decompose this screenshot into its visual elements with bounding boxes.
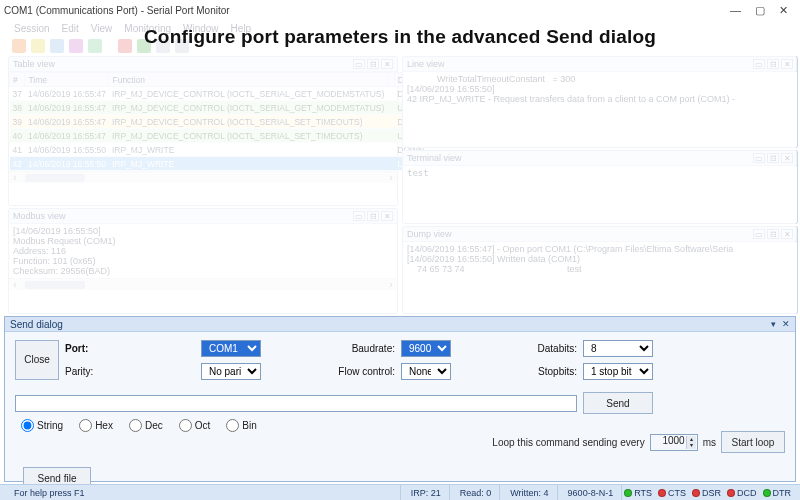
baudrate-select[interactable]: 9600 <box>401 340 451 357</box>
table-row[interactable]: 3714/06/2019 16:55:47IRP_MJ_DEVICE_CONTR… <box>10 87 433 101</box>
line-view-panel: Line view ▭⊟✕ WriteTotalTimeoutConstant … <box>402 56 798 148</box>
radix-radio-input[interactable] <box>21 419 34 432</box>
radix-radio-oct[interactable]: Oct <box>179 419 211 432</box>
loop-unit: ms <box>703 437 716 448</box>
status-written: Written: 4 <box>502 485 557 500</box>
dump-view-header: Dump view ▭⊟✕ <box>403 227 797 242</box>
status-bar: For help press F1 IRP: 21 Read: 0 Writte… <box>0 484 800 500</box>
banner-heading: Configure port parameters in the advance… <box>0 26 800 48</box>
modbus-view-body: [14/06/2019 16:55:50]Modbus Request (COM… <box>9 224 397 278</box>
close-window-button[interactable]: ✕ <box>779 4 788 17</box>
table-row[interactable]: 3914/06/2019 16:55:47IRP_MJ_DEVICE_CONTR… <box>10 115 433 129</box>
parity-select[interactable]: No parity <box>201 363 261 380</box>
signal-cts: CTS <box>658 488 689 498</box>
baudrate-label: Baudrate: <box>267 343 395 354</box>
radix-radio-string[interactable]: String <box>21 419 63 432</box>
table-view-table: # Time Function Direct… 3714/06/2019 16:… <box>9 72 433 171</box>
dump-view-body: [14/06/2019 16:55:47] - Open port COM1 (… <box>403 242 797 276</box>
signal-leds: RTSCTSDSRDCDDTR <box>624 488 794 498</box>
radix-radio-input[interactable] <box>226 419 239 432</box>
stopbits-label: Stopbits: <box>457 366 577 377</box>
panel-pin-icon[interactable]: ⊟ <box>767 229 779 239</box>
send-data-input[interactable] <box>15 395 577 412</box>
send-dialog-pin-icon[interactable]: ▾ <box>771 319 776 329</box>
table-row[interactable]: 4114/06/2019 16:55:50IRP_MJ_WRITEDOWN <box>10 143 433 157</box>
panel-float-icon[interactable]: ▭ <box>753 59 765 69</box>
minimize-button[interactable]: — <box>730 4 741 17</box>
panel-close-icon[interactable]: ✕ <box>781 229 793 239</box>
modbus-view-panel: Modbus view ▭⊟✕ [14/06/2019 16:55:50]Mod… <box>8 208 398 314</box>
panel-title: Line view <box>407 59 445 69</box>
table-view-header: Table view ▭ ⊟ ✕ <box>9 57 397 72</box>
port-select[interactable]: COM1 <box>201 340 261 357</box>
flow-select[interactable]: None <box>401 363 451 380</box>
stepper-icon[interactable]: ▴▾ <box>686 436 696 449</box>
panel-pin-icon[interactable]: ⊟ <box>367 211 379 221</box>
table-row[interactable]: 4014/06/2019 16:55:47IRP_MJ_DEVICE_CONTR… <box>10 129 433 143</box>
close-button[interactable]: Close <box>15 340 59 380</box>
panel-close-icon[interactable]: ✕ <box>781 59 793 69</box>
databits-select[interactable]: 8 <box>583 340 653 357</box>
col-number[interactable]: # <box>10 73 25 87</box>
send-dialog-title: Send dialog <box>10 319 63 330</box>
terminal-view-header: Terminal view ▭⊟✕ <box>403 151 797 166</box>
led-icon <box>727 489 735 497</box>
led-icon <box>763 489 771 497</box>
dump-view-panel: Dump view ▭⊟✕ [14/06/2019 16:55:47] - Op… <box>402 226 798 314</box>
loop-interval-input[interactable]: 1000 ▴▾ <box>650 434 698 451</box>
port-label: Port: <box>65 343 195 354</box>
panel-title: Terminal view <box>407 153 462 163</box>
panel-float-icon[interactable]: ▭ <box>353 59 365 69</box>
panel-pin-icon[interactable]: ⊟ <box>767 153 779 163</box>
horizontal-scrollbar[interactable]: ‹› <box>9 171 397 183</box>
status-help: For help press F1 <box>6 485 401 500</box>
col-function[interactable]: Function <box>109 73 387 87</box>
col-spacer <box>387 73 394 87</box>
line-view-header: Line view ▭⊟✕ <box>403 57 797 72</box>
window-controls: — ▢ ✕ <box>730 4 796 17</box>
panel-pin-icon[interactable]: ⊟ <box>767 59 779 69</box>
loop-row: Loop this command sending every 1000 ▴▾ … <box>492 431 785 453</box>
signal-rts: RTS <box>624 488 655 498</box>
panel-float-icon[interactable]: ▭ <box>353 211 365 221</box>
panel-float-icon[interactable]: ▭ <box>753 153 765 163</box>
status-read: Read: 0 <box>452 485 501 500</box>
send-input-wrapper <box>15 395 577 412</box>
panel-close-icon[interactable]: ✕ <box>781 153 793 163</box>
panel-float-icon[interactable]: ▭ <box>753 229 765 239</box>
radix-radio-input[interactable] <box>179 419 192 432</box>
signal-dcd: DCD <box>727 488 760 498</box>
stopbits-select[interactable]: 1 stop bit <box>583 363 653 380</box>
radix-radio-input[interactable] <box>79 419 92 432</box>
loop-label: Loop this command sending every <box>492 437 644 448</box>
send-dialog-header[interactable]: Send dialog ▾ ✕ <box>5 317 795 332</box>
maximize-button[interactable]: ▢ <box>755 4 765 17</box>
radix-radio-input[interactable] <box>129 419 142 432</box>
led-icon <box>624 489 632 497</box>
radix-radio-group: StringHexDecOctBin <box>15 419 395 432</box>
title-bar: COM1 (Communications Port) - Serial Port… <box>0 0 800 20</box>
led-icon <box>692 489 700 497</box>
flow-label: Flow control: <box>267 366 395 377</box>
led-icon <box>658 489 666 497</box>
send-button[interactable]: Send <box>583 392 653 414</box>
panel-close-icon[interactable]: ✕ <box>381 59 393 69</box>
radix-radio-hex[interactable]: Hex <box>79 419 113 432</box>
horizontal-scrollbar[interactable]: ‹› <box>9 278 397 290</box>
parity-label: Parity: <box>65 366 195 377</box>
modbus-view-header: Modbus view ▭⊟✕ <box>9 209 397 224</box>
col-time[interactable]: Time <box>25 73 109 87</box>
table-row[interactable]: 4214/06/2019 16:55:50IRP_MJ_WRITEUP <box>10 157 433 171</box>
panel-controls: ▭ ⊟ ✕ <box>353 59 393 69</box>
table-row[interactable]: 3814/06/2019 16:55:47IRP_MJ_DEVICE_CONTR… <box>10 101 433 115</box>
panel-pin-icon[interactable]: ⊟ <box>367 59 379 69</box>
radix-radio-dec[interactable]: Dec <box>129 419 163 432</box>
panel-close-icon[interactable]: ✕ <box>381 211 393 221</box>
start-loop-button[interactable]: Start loop <box>721 431 785 453</box>
status-params: 9600-8-N-1 <box>560 485 623 500</box>
table-view-panel: Table view ▭ ⊟ ✕ # Time Function Direct…… <box>8 56 398 206</box>
signal-dsr: DSR <box>692 488 724 498</box>
radix-radio-bin[interactable]: Bin <box>226 419 256 432</box>
send-dialog-close-icon[interactable]: ✕ <box>782 319 790 329</box>
window-title: COM1 (Communications Port) - Serial Port… <box>4 5 230 16</box>
